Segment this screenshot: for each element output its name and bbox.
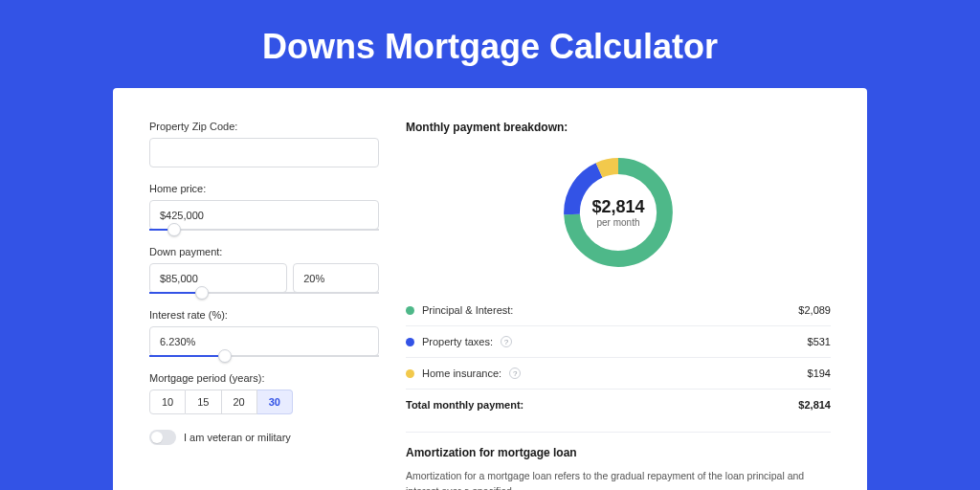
dot-icon [406, 338, 414, 346]
down-payment-pct-input[interactable] [293, 263, 379, 293]
legend-value: $194 [808, 368, 831, 379]
period-15[interactable]: 15 [186, 390, 221, 414]
home-price-group: Home price: [149, 183, 379, 231]
total-label: Total monthly payment: [406, 399, 523, 411]
home-price-input[interactable] [149, 200, 379, 230]
donut-chart: $2,814 per month [406, 151, 831, 274]
interest-slider[interactable] [149, 355, 379, 357]
legend-label: Principal & Interest: [422, 304, 513, 316]
down-payment-group: Down payment: [149, 246, 379, 294]
total-value: $2,814 [798, 399, 831, 411]
legend-value: $531 [808, 336, 831, 347]
donut-amount: $2,814 [591, 197, 644, 217]
period-20[interactable]: 20 [222, 390, 257, 414]
legend-principal: Principal & Interest: $2,089 [406, 295, 831, 326]
period-label: Mortgage period (years): [149, 372, 379, 384]
period-30[interactable]: 30 [257, 390, 293, 414]
home-price-slider[interactable] [149, 229, 379, 231]
breakdown-panel: Monthly payment breakdown: $2,814 per mo… [406, 121, 831, 490]
calculator-card: Property Zip Code: Home price: Down paym… [113, 88, 867, 490]
legend-label: Home insurance: [422, 368, 501, 379]
legend-value: $2,089 [798, 304, 831, 316]
down-payment-label: Down payment: [149, 246, 379, 257]
donut-sub: per month [596, 217, 639, 228]
down-payment-input[interactable] [149, 263, 287, 293]
veteran-toggle[interactable] [149, 430, 176, 445]
page-title: Downs Mortgage Calculator [0, 0, 980, 88]
period-tabs: 10 15 20 30 [149, 390, 379, 414]
veteran-label: I am veteran or military [184, 432, 291, 443]
zip-input[interactable] [149, 138, 379, 167]
legend-insurance: Home insurance: ? $194 [406, 358, 831, 390]
down-payment-slider[interactable] [149, 292, 379, 294]
home-price-label: Home price: [149, 183, 379, 194]
veteran-row: I am veteran or military [149, 430, 379, 445]
info-icon[interactable]: ? [509, 368, 521, 379]
slider-thumb[interactable] [167, 223, 181, 236]
dot-icon [406, 369, 414, 378]
legend-taxes: Property taxes: ? $531 [406, 326, 831, 358]
divider [406, 432, 831, 433]
zip-label: Property Zip Code: [149, 121, 379, 132]
period-group: Mortgage period (years): 10 15 20 30 [149, 372, 379, 414]
amortization-title: Amortization for mortgage loan [406, 446, 831, 459]
zip-group: Property Zip Code: [149, 121, 379, 167]
total-row: Total monthly payment: $2,814 [406, 390, 831, 426]
slider-thumb[interactable] [195, 286, 209, 300]
dot-icon [406, 306, 414, 315]
info-icon[interactable]: ? [501, 336, 512, 347]
interest-group: Interest rate (%): [149, 309, 379, 357]
form-panel: Property Zip Code: Home price: Down paym… [149, 121, 379, 490]
interest-label: Interest rate (%): [149, 309, 379, 321]
interest-input[interactable] [149, 326, 379, 356]
slider-thumb[interactable] [218, 349, 232, 363]
breakdown-title: Monthly payment breakdown: [406, 121, 831, 134]
amortization-text: Amortization for a mortgage loan refers … [406, 469, 831, 490]
legend-label: Property taxes: [422, 336, 493, 347]
period-10[interactable]: 10 [149, 390, 186, 414]
toggle-knob [151, 432, 163, 443]
